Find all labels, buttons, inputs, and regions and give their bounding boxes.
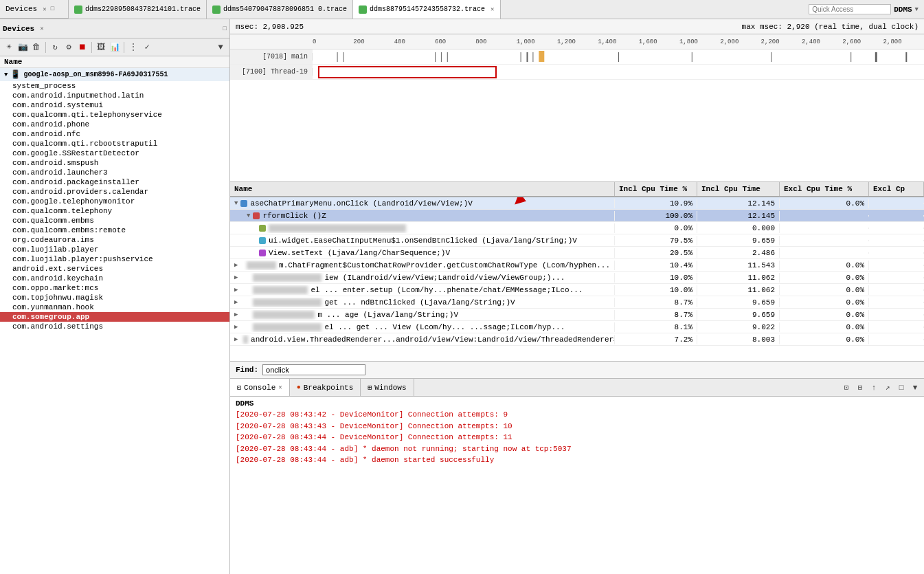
tab-trace-3-close[interactable]: ✕ [491, 5, 494, 13]
thread-19-track[interactable] [313, 65, 924, 79]
tab-trace-1[interactable]: ddms229895084378214101.trace [69, 0, 207, 19]
bottom-btn-4[interactable]: ↗ [881, 382, 894, 394]
table-row-1[interactable]: ▼ rformClick ()Z [230, 210, 924, 222]
process-somegroup[interactable]: com.somegroup.app [0, 312, 229, 322]
thread-main-track[interactable] [313, 49, 924, 64]
process-keychain[interactable]: com.android.keychain [0, 274, 229, 283]
toolbar-dropdown-btn[interactable]: ▼ [214, 41, 227, 54]
toolbar-more-btn[interactable]: ⋮ [127, 41, 139, 54]
process-oppo-market[interactable]: com.oppo.market:mcs [0, 283, 229, 293]
thread-main-label: [7018] main [230, 53, 313, 60]
toolbar-check-btn[interactable]: ✓ [141, 41, 153, 54]
toolbar-profile-btn[interactable]: 📊 [109, 41, 121, 54]
process-phone[interactable]: com.android.phone [0, 120, 229, 129]
tab-devices[interactable]: Devices ✕ □ [0, 0, 69, 19]
tab-console[interactable]: ⊡ Console ✕ [230, 379, 290, 396]
tab-breakpoints[interactable]: ● Breakpoints [290, 379, 361, 396]
console-line-3: [2020-07-28 08:43:44 - adb] * daemon not… [236, 443, 919, 455]
td-incl-pct-3: 79.5% [615, 236, 697, 245]
toolbar-refresh-btn[interactable]: ↻ [49, 41, 61, 54]
ruler-0: 0 [313, 38, 353, 45]
quick-access-input[interactable] [809, 4, 891, 14]
process-launcher3[interactable]: com.android.launcher3 [0, 168, 229, 177]
toolbar-sep-1 [45, 42, 46, 53]
process-magisk[interactable]: com.topjohnwu.magisk [0, 293, 229, 302]
process-packageinstaller[interactable]: com.android.packageinstaller [0, 177, 229, 187]
content-area: Devices ✕ □ ☀ 📷 🗑 ↻ ⚙ ⏹ 🖼 📊 ⋮ ✓ ▼ [0, 19, 924, 574]
process-ssrestartdetector[interactable]: com.google.SSRestartDetector [0, 148, 229, 158]
sidebar-close-icon[interactable]: ✕ [40, 25, 43, 32]
table-row-8[interactable]: ▶ get ... ndBtnClicked (Ljava/lang/Strin… [230, 296, 924, 309]
tab-windows[interactable]: ⊞ Windows [361, 379, 414, 396]
process-embms-remote[interactable]: com.qualcomm.embms:remote [0, 225, 229, 235]
table-row-2[interactable]: 0.0% 0.000 [230, 222, 924, 234]
console-line-2: [2020-07-28 08:43:44 - DeviceMonitor] Co… [236, 432, 919, 443]
td-excl-cp-8 [869, 302, 924, 303]
row-expand-0[interactable]: ▼ [234, 200, 238, 207]
toolbar-sep-3 [124, 42, 124, 53]
process-luojilab-player[interactable]: com.luojilab.player [0, 245, 229, 254]
td-excl-pct-1 [780, 215, 869, 217]
process-codeaurora-ims[interactable]: org.codeaurora.ims [0, 235, 229, 245]
process-luojilab-pushservice[interactable]: com.luojilab.player:pushservice [0, 254, 229, 264]
find-bar: Find: [230, 361, 924, 379]
process-settings[interactable]: com.android.settings [0, 322, 229, 331]
ruler-2200: 2,200 [761, 38, 802, 45]
sidebar-toolbar: ☀ 📷 🗑 ↻ ⚙ ⏹ 🖼 📊 ⋮ ✓ ▼ [0, 38, 229, 56]
tab-trace-3[interactable]: ddms887951457243558732.trace ✕ [353, 0, 500, 19]
console-line-0: [2020-07-28 08:43:42 - DeviceMonitor] Co… [236, 409, 919, 421]
process-smspush[interactable]: com.android.smspush [0, 158, 229, 168]
device-name: google-aosp_on_msm8996-FA69J0317551 [23, 71, 168, 78]
td-excl-pct-2 [780, 228, 869, 229]
toolbar-screenshot-btn[interactable]: 🖼 [95, 41, 107, 54]
minimize-icon[interactable]: □ [51, 5, 54, 12]
ddms-dropdown[interactable]: ▼ [915, 6, 919, 13]
toolbar-stop-btn[interactable]: ⏹ [76, 41, 89, 54]
process-telephony[interactable]: com.qualcomm.telephony [0, 206, 229, 216]
toolbar-camera-btn[interactable]: 📷 [16, 41, 29, 54]
device-root-row[interactable]: ▼ 📱 google-aosp_on_msm8996-FA69J0317551 [0, 68, 229, 81]
device-expand-icon[interactable]: ▼ [4, 71, 8, 78]
td-excl-pct-11: 0.0% [780, 335, 869, 344]
sidebar-minimize-icon[interactable]: □ [223, 25, 227, 32]
table-row-6[interactable]: ▶ iew (ILandroid/view/View;Landroid/view… [230, 272, 924, 284]
bottom-btn-3[interactable]: ↑ [868, 382, 880, 394]
process-providers-calendar[interactable]: com.android.providers.calendar [0, 187, 229, 197]
process-systemui[interactable]: com.android.systemui [0, 100, 229, 110]
process-inputmethod[interactable]: com.android.inputmethod.latin [0, 91, 229, 100]
process-embms[interactable]: com.qualcomm.embms [0, 216, 229, 225]
table-row-5[interactable]: ▶ m.ChatFragment$CustomChatRowProvider.g… [230, 259, 924, 272]
main-right: msec: 2,908.925 max msec: 2,920 (real ti… [230, 19, 924, 574]
toolbar-gear-btn[interactable]: ⚙ [63, 41, 75, 54]
process-nfc[interactable]: com.android.nfc [0, 129, 229, 139]
find-input[interactable] [262, 364, 365, 375]
windows-icon: ⊞ [368, 384, 372, 392]
bottom-btn-6[interactable]: ▼ [909, 382, 921, 394]
row-expand-1[interactable]: ▼ [247, 212, 250, 219]
console-icon: ⊡ [237, 384, 241, 392]
process-telephonyservice[interactable]: com.qualcomm.qti.telephonyservice [0, 110, 229, 120]
process-yunmanman[interactable]: com.yunmanman.hook [0, 302, 229, 312]
table-row-0[interactable]: ▼ aseChatPrimaryMenu.onClick (Landroid/v… [230, 197, 924, 210]
td-excl-pct-10: 0.0% [780, 322, 869, 332]
process-ext-services[interactable]: android.ext.services [0, 264, 229, 274]
process-telephonymonitor[interactable]: com.google.telephonymonitor [0, 197, 229, 206]
table-row-9[interactable]: ▶ m ... age (Ljava/lang/String;)V 8.7% 9… [230, 309, 924, 321]
bottom-btn-1[interactable]: ⊡ [840, 382, 853, 394]
th-excl-cp: Excl Cp [869, 182, 924, 196]
table-row-7[interactable]: ▶ el ... enter.setup (Lcom/hy...phenate/… [230, 284, 924, 296]
process-system-process[interactable]: system_process [0, 81, 229, 91]
tab-trace-2[interactable]: ddms540790478878096851 0.trace [207, 0, 353, 19]
bottom-btn-2[interactable]: ⊟ [854, 382, 866, 394]
devices-tab-close[interactable]: ✕ [43, 5, 46, 13]
process-rcbootstraputil[interactable]: com.qualcomm.qti.rcbootstraputil [0, 139, 229, 148]
toolbar-sun-btn[interactable]: ☀ [3, 41, 15, 54]
bottom-btn-5[interactable]: □ [895, 382, 908, 394]
devices-panel: Devices ✕ □ ☀ 📷 🗑 ↻ ⚙ ⏹ 🖼 📊 ⋮ ✓ ▼ [0, 19, 230, 574]
table-row-4[interactable]: View.setText (Ljava/lang/CharSequence;)V… [230, 247, 924, 259]
table-row-10[interactable]: ▶ el ... get ... View (Lcom/hy... ...ssa… [230, 321, 924, 333]
table-row-3[interactable]: ui.widget.EaseChatInputMenu$1.onSendBtnC… [230, 234, 924, 247]
toolbar-trash-btn[interactable]: 🗑 [30, 41, 43, 54]
console-tab-close[interactable]: ✕ [278, 384, 282, 391]
table-row-11[interactable]: ▶ android.view.ThreadedRenderer...androi… [230, 333, 924, 346]
